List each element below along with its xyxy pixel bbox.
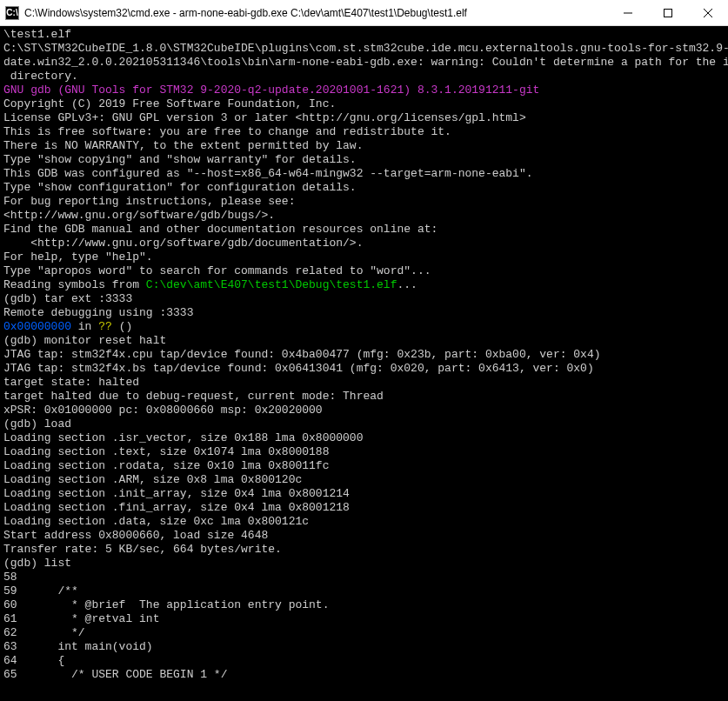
terminal-line: (gdb) load (3, 417, 725, 431)
terminal-segment: C:\dev\amt\E407\test1\Debug\test1.elf (146, 278, 397, 291)
terminal-line: This GDB was configured as "--host=x86_6… (3, 167, 725, 181)
terminal-line: For help, type "help". (3, 250, 725, 264)
terminal-line: 58 (3, 571, 725, 584)
terminal-line: date.win32_2.0.0.202105311346\tools\bin\… (3, 56, 725, 70)
terminal-line: directory. (3, 70, 725, 83)
terminal-line: 59 /** (3, 584, 725, 598)
terminal-segment: ?? (98, 320, 112, 333)
terminal-line: (gdb) list (3, 557, 725, 571)
terminal-line: Loading section .isr_vector, size 0x188 … (3, 431, 725, 445)
terminal-line: Find the GDB manual and other documentat… (3, 223, 725, 237)
terminal-line: For bug reporting instructions, please s… (3, 195, 725, 209)
terminal-line: 63 int main(void) (3, 640, 725, 654)
terminal-line: target halted due to debug-request, curr… (3, 390, 725, 404)
terminal-segment: ... (397, 278, 417, 291)
terminal-line: C:\ST\STM32CubeIDE_1.8.0\STM32CubeIDE\pl… (3, 42, 725, 56)
terminal-line: Loading section .ARM, size 0x8 lma 0x800… (3, 473, 725, 487)
terminal-line: Loading section .init_array, size 0x4 lm… (3, 487, 725, 501)
terminal-line: Start address 0x8000660, load size 4648 (3, 529, 725, 543)
terminal-line: This is free software: you are free to c… (3, 125, 725, 139)
terminal-line: Reading symbols from C:\dev\amt\E407\tes… (3, 278, 725, 292)
terminal-line: Type "apropos word" to search for comman… (3, 264, 725, 278)
cmd-icon: C:\ (5, 6, 19, 20)
terminal-output[interactable]: \test1.elfC:\ST\STM32CubeIDE_1.8.0\STM32… (0, 26, 728, 701)
terminal-line: 61 * @retval int (3, 612, 725, 626)
terminal-line: JTAG tap: stm32f4x.cpu tap/device found:… (3, 348, 725, 362)
terminal-line: <http://www.gnu.org/software/gdb/bugs/>. (3, 209, 725, 223)
terminal-line: Loading section .rodata, size 0x10 lma 0… (3, 459, 725, 473)
terminal-line: (gdb) monitor reset halt (3, 334, 725, 348)
terminal-line: target state: halted (3, 376, 725, 390)
terminal-line: 62 */ (3, 626, 725, 640)
terminal-line: License GPLv3+: GNU GPL version 3 or lat… (3, 111, 725, 125)
terminal-line: Copyright (C) 2019 Free Software Foundat… (3, 97, 725, 111)
terminal-segment: in (71, 320, 98, 333)
terminal-line: Loading section .text, size 0x1074 lma 0… (3, 445, 725, 459)
terminal-segment: Reading symbols from (3, 278, 146, 291)
terminal-line: 60 * @brief The application entry point. (3, 598, 725, 612)
minimize-button[interactable] (608, 0, 648, 25)
terminal-line: 64 { (3, 654, 725, 668)
terminal-line: There is NO WARRANTY, to the extent perm… (3, 139, 725, 153)
window-title: C:\Windows\system32\cmd.exe - arm-none-e… (24, 7, 608, 19)
terminal-segment: 0x00000000 (3, 320, 71, 333)
terminal-line: xPSR: 0x01000000 pc: 0x08000660 msp: 0x2… (3, 404, 725, 417)
terminal-line: Remote debugging using :3333 (3, 306, 725, 320)
terminal-line: Loading section .data, size 0xc lma 0x80… (3, 515, 725, 529)
window-controls (608, 0, 728, 25)
terminal-line: Transfer rate: 5 KB/sec, 664 bytes/write… (3, 543, 725, 557)
svg-rect-1 (665, 9, 672, 17)
terminal-segment: () (112, 320, 132, 333)
terminal-line: 0x00000000 in ?? () (3, 320, 725, 334)
terminal-line: JTAG tap: stm32f4x.bs tap/device found: … (3, 362, 725, 376)
terminal-line: \test1.elf (3, 28, 725, 42)
terminal-line: 65 /* USER CODE BEGIN 1 */ (3, 668, 725, 682)
terminal-line: Loading section .fini_array, size 0x4 lm… (3, 501, 725, 515)
terminal-line: GNU gdb (GNU Tools for STM32 9-2020-q2-u… (3, 83, 725, 97)
window-titlebar: C:\ C:\Windows\system32\cmd.exe - arm-no… (0, 0, 728, 26)
terminal-line: (gdb) tar ext :3333 (3, 292, 725, 306)
terminal-line: <http://www.gnu.org/software/gdb/documen… (3, 237, 725, 250)
terminal-line: Type "show copying" and "show warranty" … (3, 153, 725, 167)
terminal-line: Type "show configuration" for configurat… (3, 181, 725, 195)
close-button[interactable] (688, 0, 728, 25)
maximize-button[interactable] (648, 0, 688, 25)
